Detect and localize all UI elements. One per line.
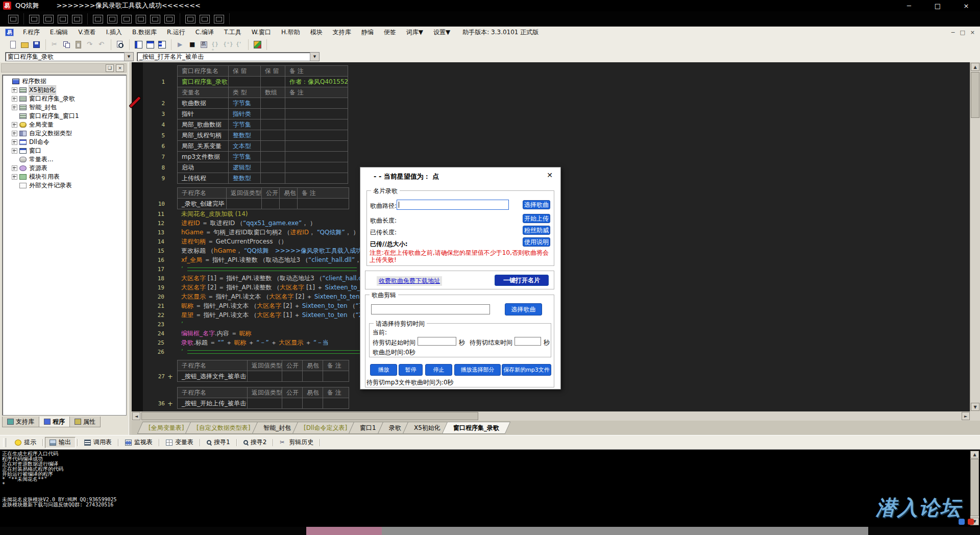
menu-item[interactable]: 模块 <box>305 28 328 37</box>
table-row[interactable]: 1 窗口程序集_录歌 作者：像风Q401552246 <box>178 77 348 87</box>
toolbar-icon[interactable] <box>74 40 83 49</box>
clip-end-input[interactable] <box>514 337 541 346</box>
output-toolbar-button[interactable]: 输出 <box>45 437 76 448</box>
window-align-icon[interactable] <box>8 15 18 23</box>
pin-panel-icon[interactable]: ❏ <box>106 64 114 72</box>
variable-row[interactable]: 3 指针 指针类 <box>178 109 348 119</box>
tree-item[interactable]: 自定义数据类型 <box>3 129 126 138</box>
window-align-icon[interactable] <box>214 15 224 23</box>
scroll-right-icon[interactable]: ► <box>962 412 970 420</box>
tree-item[interactable]: 窗口程序集_窗口1 <box>3 112 126 120</box>
minimize-button[interactable]: ─ <box>903 2 915 10</box>
scroll-up-icon[interactable]: ▲ <box>970 451 979 458</box>
expand-icon[interactable] <box>12 105 17 110</box>
expand-icon[interactable] <box>12 148 17 154</box>
window-align-icon[interactable] <box>185 15 195 23</box>
window-align-icon[interactable] <box>164 15 175 23</box>
tree-item[interactable]: 全局变量 <box>3 120 126 129</box>
toolbar-icon[interactable] <box>223 40 232 49</box>
menu-item[interactable]: E.编辑 <box>45 28 73 37</box>
fold-expand-icon[interactable]: + <box>167 398 173 409</box>
scrollbar-thumb[interactable] <box>141 412 478 420</box>
clip-choose-song-button[interactable]: 选择歌曲 <box>505 303 542 315</box>
chevron-down-icon[interactable]: ▼ <box>310 53 319 61</box>
dialog-close-icon[interactable]: ✕ <box>545 171 554 180</box>
expand-icon[interactable] <box>12 122 17 128</box>
chevron-down-icon[interactable]: ▼ <box>124 53 133 61</box>
open-card-button[interactable]: 一键打开名片 <box>495 275 549 286</box>
help-button[interactable]: 使用说明 <box>523 237 550 247</box>
menu-item[interactable]: H.帮助 <box>276 28 305 37</box>
toolbar-icon[interactable] <box>86 40 94 49</box>
free-download-link[interactable]: 收费歌曲免费下载地址 <box>377 276 442 286</box>
output-scrollbar[interactable]: ▲ ▼ <box>970 451 979 525</box>
panel-tab[interactable]: 支持库 <box>2 417 39 427</box>
tree-item[interactable]: 资源表 <box>3 164 126 173</box>
close-button[interactable]: × <box>961 2 972 10</box>
editor-tab[interactable]: [自定义数据类型表] <box>185 422 262 434</box>
toolbar-icon[interactable] <box>146 40 155 49</box>
variable-row[interactable]: 9 上传线程 整数型 <box>178 173 348 184</box>
menu-item[interactable]: T.工具 <box>219 28 247 37</box>
window-align-icon[interactable] <box>29 15 39 23</box>
output-toolbar-button[interactable]: 监视表 <box>120 437 157 448</box>
tree-item[interactable]: 模块引用表 <box>3 173 126 181</box>
toolbar-icon[interactable] <box>200 40 208 49</box>
save-mp3-button[interactable]: 保存新的mp3文件 <box>502 364 551 376</box>
toolbar-icon[interactable] <box>158 40 166 49</box>
tree-item[interactable]: Dll命令 <box>3 138 126 147</box>
toolbar-icon[interactable] <box>51 40 59 49</box>
variable-row[interactable]: 4 局部_歌曲数据 字节集 <box>178 119 348 130</box>
scroll-up-icon[interactable]: ▲ <box>971 63 979 71</box>
variable-row[interactable]: 6 局部_关系变量 文本型 <box>178 141 348 152</box>
clip-start-input[interactable] <box>418 337 456 346</box>
window-align-icon[interactable] <box>136 15 146 23</box>
toolbar-icon[interactable] <box>176 40 185 49</box>
toolbar-grip[interactable] <box>3 438 6 447</box>
editor-tab[interactable]: 窗口程序集_录歌 <box>442 422 510 434</box>
assembly-combo[interactable]: 窗口程序集_录歌 ▼ <box>5 52 134 61</box>
close-panel-icon[interactable]: × <box>116 64 124 72</box>
variable-row[interactable]: 8 启动 逻辑型 <box>178 162 348 173</box>
output-toolbar-button[interactable]: 提示 <box>10 437 41 448</box>
variable-row[interactable]: 2 歌曲数据 字节集 <box>178 98 348 109</box>
menu-item[interactable]: R.运行 <box>162 28 190 37</box>
output-toolbar-button[interactable]: 搜寻2 <box>239 437 272 448</box>
window-align-icon[interactable] <box>72 15 82 23</box>
menu-item[interactable]: V.查看 <box>73 28 101 37</box>
tree-item[interactable]: 窗口程序集_录歌 <box>3 94 126 103</box>
vertical-scrollbar[interactable]: ▲ ▼ <box>970 62 980 411</box>
maximize-button[interactable]: □ <box>932 2 943 10</box>
window-align-icon[interactable] <box>200 15 210 23</box>
stop-play-button[interactable]: 停止 <box>425 364 452 376</box>
scrollbar-thumb[interactable] <box>971 72 979 118</box>
mdi-window-control[interactable]: ─ <box>951 29 955 36</box>
tree-item[interactable]: 窗口 <box>3 147 126 155</box>
output-toolbar-button[interactable]: 变量表 <box>161 437 198 448</box>
horizontal-scrollbar[interactable]: ◄ ► <box>132 411 980 421</box>
tree-item[interactable]: 外部文件记录表 <box>3 181 126 190</box>
scroll-down-icon[interactable]: ▼ <box>971 403 979 411</box>
panel-tab[interactable]: 程序 <box>39 417 70 427</box>
menu-item[interactable]: C.编译 <box>190 28 219 37</box>
window-align-icon[interactable] <box>43 15 54 23</box>
toolbar-icon[interactable] <box>188 40 197 49</box>
scrollbar-thumb[interactable] <box>970 459 979 516</box>
toolbar-icon[interactable] <box>253 40 262 49</box>
expand-icon[interactable] <box>12 96 17 102</box>
window-align-icon[interactable] <box>107 15 117 23</box>
window-align-icon[interactable] <box>121 15 132 23</box>
variable-row[interactable]: 5 局部_线程句柄 整数型 <box>178 130 348 141</box>
menu-item[interactable]: 便签 <box>379 28 401 37</box>
expand-icon[interactable] <box>12 131 17 136</box>
play-selection-button[interactable]: 播放选择部分 <box>454 364 501 376</box>
menu-item[interactable]: F.程序 <box>18 28 45 37</box>
menu-item[interactable]: I.插入 <box>101 28 127 37</box>
panel-tab[interactable]: 属性 <box>69 417 101 427</box>
toolbar-icon[interactable] <box>20 40 29 49</box>
mdi-window-control[interactable]: □ <box>960 29 965 36</box>
toolbar-icon[interactable] <box>97 40 106 49</box>
clip-song-input[interactable] <box>371 304 490 314</box>
pause-button[interactable]: 暂停 <box>399 364 423 376</box>
subroutine-row[interactable]: 36 + _按钮_开始上传_被单击 <box>178 398 349 409</box>
